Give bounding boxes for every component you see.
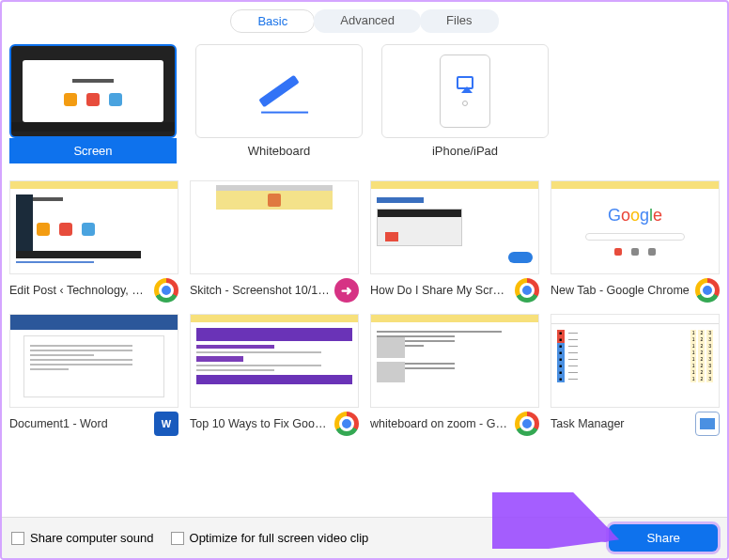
footer-bar: Share computer sound Optimize for full s… bbox=[2, 517, 727, 558]
window-tile[interactable]: Document1 - Word bbox=[9, 314, 178, 436]
window-tile[interactable]: ■——123 ■——123 ■——123 ■——123 ■——123 ■——12… bbox=[551, 314, 720, 436]
window-tile[interactable]: Edit Post ‹ Technology, B… bbox=[9, 180, 178, 303]
screen-thumbnail bbox=[9, 44, 177, 138]
chrome-icon bbox=[515, 412, 539, 436]
optimize-label: Optimize for full screen video clip bbox=[190, 531, 369, 545]
pencil-icon bbox=[258, 75, 299, 108]
option-iphone-label: iPhone/iPad bbox=[381, 138, 549, 163]
window-thumbnail bbox=[9, 180, 178, 274]
window-thumbnail: Google bbox=[551, 180, 720, 274]
window-thumbnail bbox=[190, 180, 359, 274]
window-thumbnail bbox=[190, 314, 359, 408]
primary-options-row: Screen Whiteboard iPhone/iPad bbox=[9, 44, 720, 163]
checkbox-icon bbox=[171, 532, 184, 545]
share-options-panel: Screen Whiteboard iPhone/iPad bbox=[2, 44, 727, 436]
share-sound-label: Share computer sound bbox=[30, 531, 154, 545]
tab-files[interactable]: Files bbox=[420, 9, 498, 33]
option-whiteboard[interactable]: Whiteboard bbox=[195, 44, 363, 163]
window-label: Task Manager bbox=[551, 417, 691, 430]
window-tile[interactable]: How Do I Share My Scre… bbox=[370, 180, 539, 303]
share-button[interactable]: Share bbox=[609, 524, 718, 552]
checkbox-icon bbox=[11, 532, 24, 545]
option-screen-label: Screen bbox=[9, 138, 177, 163]
share-computer-sound-checkbox[interactable]: Share computer sound bbox=[11, 531, 154, 545]
share-mode-tabs: Basic Advanced Files bbox=[2, 2, 727, 44]
chrome-icon bbox=[515, 278, 539, 303]
option-screen[interactable]: Screen bbox=[9, 44, 177, 163]
window-thumbnail bbox=[9, 314, 178, 408]
optimize-video-checkbox[interactable]: Optimize for full screen video clip bbox=[171, 531, 369, 545]
window-label: Edit Post ‹ Technology, B… bbox=[9, 284, 150, 297]
option-iphone-ipad[interactable]: iPhone/iPad bbox=[381, 44, 549, 163]
tab-basic[interactable]: Basic bbox=[230, 9, 315, 33]
phone-icon bbox=[440, 54, 490, 128]
window-label: whiteboard on zoom - G… bbox=[370, 417, 511, 430]
window-thumbnail bbox=[370, 180, 539, 274]
word-icon bbox=[154, 412, 178, 436]
tab-advanced[interactable]: Advanced bbox=[314, 9, 421, 33]
option-whiteboard-label: Whiteboard bbox=[195, 138, 363, 163]
chrome-icon bbox=[695, 278, 720, 303]
whiteboard-thumbnail bbox=[195, 44, 363, 138]
window-tile[interactable]: Google New Tab - Google Chrome bbox=[551, 180, 720, 303]
iphone-thumbnail bbox=[381, 44, 549, 138]
window-thumbnail bbox=[370, 314, 539, 408]
skitch-icon bbox=[334, 278, 359, 303]
airplay-icon bbox=[457, 76, 473, 89]
task-manager-icon bbox=[695, 412, 720, 436]
chrome-icon bbox=[154, 278, 178, 303]
open-windows-grid: Edit Post ‹ Technology, B… Skitch - Scre… bbox=[9, 180, 720, 436]
window-tile[interactable]: Top 10 Ways to Fix Goog… bbox=[190, 314, 359, 436]
window-label: Top 10 Ways to Fix Goog… bbox=[190, 417, 331, 430]
chrome-icon bbox=[334, 412, 359, 436]
window-label: Document1 - Word bbox=[9, 417, 150, 430]
window-thumbnail: ■——123 ■——123 ■——123 ■——123 ■——123 ■——12… bbox=[551, 314, 720, 408]
window-label: How Do I Share My Scre… bbox=[370, 284, 511, 297]
window-label: New Tab - Google Chrome bbox=[551, 284, 691, 297]
google-logo: Google bbox=[551, 206, 719, 226]
window-tile[interactable]: whiteboard on zoom - G… bbox=[370, 314, 539, 436]
window-label: Skitch - Screenshot 10/1… bbox=[190, 284, 331, 297]
window-tile[interactable]: Skitch - Screenshot 10/1… bbox=[190, 180, 359, 303]
